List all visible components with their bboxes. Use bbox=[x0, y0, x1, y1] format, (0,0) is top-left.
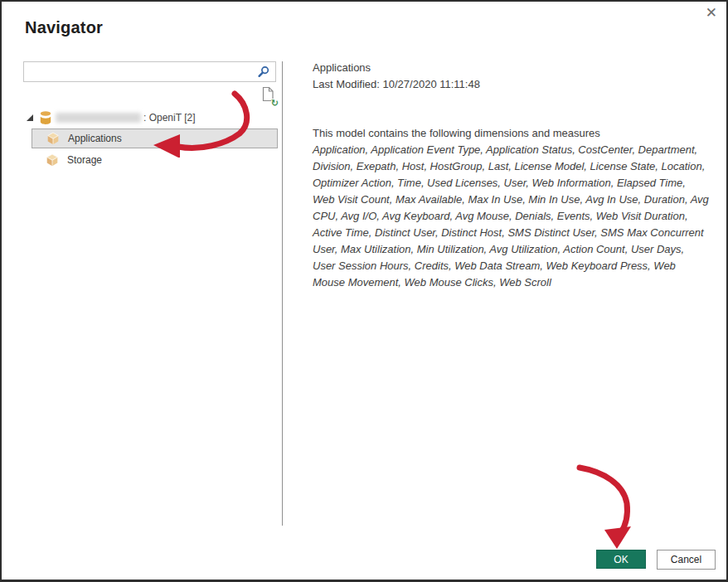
cancel-button[interactable]: Cancel bbox=[657, 550, 716, 570]
refresh-icon[interactable]: ↻ bbox=[262, 86, 277, 108]
tree-item-label: Storage bbox=[67, 154, 102, 166]
details-last-modified: Last Modified: 10/27/2020 11:11:48 bbox=[313, 76, 709, 92]
expander-icon[interactable] bbox=[26, 114, 34, 122]
tree-item-label: Applications bbox=[68, 133, 122, 144]
redacted-server-name bbox=[56, 113, 141, 123]
close-icon[interactable]: ✕ bbox=[706, 6, 717, 20]
navigation-tree: : OpeniT [2] Applications Storage bbox=[23, 109, 278, 169]
ok-button[interactable]: OK bbox=[596, 550, 646, 569]
navigator-dialog: ✕ Navigator ↻ : OpeniT [2] bbox=[0, 0, 728, 582]
database-icon bbox=[40, 111, 51, 125]
tree-item-applications[interactable]: Applications bbox=[32, 129, 278, 148]
cube-icon bbox=[46, 153, 59, 167]
tree-item-storage[interactable]: Storage bbox=[32, 150, 278, 169]
search-box bbox=[23, 61, 276, 82]
details-dimensions-measures: Application, Application Event Type, App… bbox=[313, 142, 709, 291]
details-description: This model contains the following dimens… bbox=[313, 125, 709, 142]
cube-icon bbox=[46, 132, 60, 145]
tree-root-database[interactable]: : OpeniT [2] bbox=[23, 109, 278, 126]
details-panel: Applications Last Modified: 10/27/2020 1… bbox=[313, 60, 709, 291]
refresh-arrows-icon: ↻ bbox=[271, 99, 279, 108]
search-icon[interactable] bbox=[257, 65, 270, 79]
search-input[interactable] bbox=[24, 62, 257, 81]
dialog-title: Navigator bbox=[25, 18, 103, 37]
details-title: Applications bbox=[313, 60, 709, 75]
tree-root-label: : OpeniT [2] bbox=[143, 112, 195, 124]
panel-divider bbox=[282, 61, 283, 526]
annotation-arrow-ok bbox=[564, 458, 647, 550]
